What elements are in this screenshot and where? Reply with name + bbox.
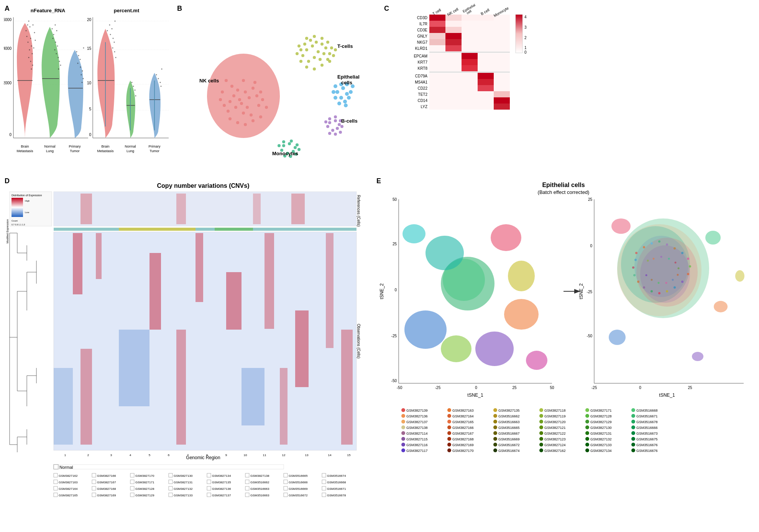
svg-point-143 [299,48,302,51]
svg-point-345 [441,335,472,362]
svg-point-130 [265,106,268,109]
svg-point-120 [253,81,256,84]
heatmap-cell [478,65,494,71]
svg-rect-242 [176,330,186,445]
svg-point-189 [328,132,331,135]
heatmap-cell [445,103,462,110]
svg-point-473 [493,443,497,447]
svg-point-361 [651,242,653,245]
svg-point-28 [52,28,53,30]
heatmap-legend-bar [516,15,522,53]
svg-text:GSM3827170: GSM3827170 [452,449,474,453]
svg-text:Normal: Normal [125,144,136,148]
svg-text:GSM3516672: GSM3516672 [498,443,520,447]
svg-point-459 [447,437,451,441]
svg-point-91 [161,69,163,70]
svg-rect-231 [96,233,102,279]
svg-point-131 [305,48,308,51]
svg-point-74 [113,38,114,39]
svg-text:GSM3827137: GSM3827137 [212,494,231,497]
svg-rect-293 [54,486,58,490]
svg-text:Brain: Brain [21,144,29,148]
svg-text:GSM3516676: GSM3516676 [636,443,658,447]
svg-point-419 [631,414,635,418]
svg-text:Normal: Normal [44,144,55,148]
svg-rect-275 [322,473,326,477]
heatmap-cell [445,27,462,33]
svg-point-449 [493,431,497,435]
svg-point-479 [631,443,635,447]
svg-point-383 [675,262,677,264]
left-cluster-3 [491,224,521,251]
left-cluster-7 [508,261,535,291]
svg-text:GSM3827164: GSM3827164 [59,487,78,491]
genomic-region-label: Genomic Region [186,455,220,460]
svg-text:GSM3827138: GSM3827138 [406,426,428,430]
svg-text:GSM3827134: GSM3827134 [212,474,231,478]
legend: GSM3827139 GSM3827163 GSM3827135 GSM3827… [401,408,658,453]
svg-text:GSM3827168: GSM3827168 [452,437,474,441]
svg-text:GSM3827163: GSM3827163 [59,481,78,484]
svg-point-142 [303,43,306,46]
svg-point-164 [339,96,343,100]
svg-point-108 [248,96,251,99]
svg-point-415 [539,414,543,418]
svg-rect-321 [284,493,288,497]
svg-text:GSM3516662: GSM3516662 [498,414,520,418]
heatmap-cell [429,59,445,65]
svg-rect-261 [54,473,58,477]
svg-point-25 [35,40,36,41]
dendrogram [10,233,36,452]
svg-text:10: 10 [87,81,92,85]
svg-text:GSM3827129: GSM3827129 [590,420,612,424]
svg-text:GSM3827167: GSM3827167 [452,432,474,435]
svg-text:10: 10 [244,453,247,457]
svg-text:6000: 6000 [4,18,12,22]
svg-text:GSM3827136: GSM3827136 [406,414,428,418]
heatmap-cell [429,53,445,59]
svg-point-138 [324,46,327,49]
panel-c: CD3D IL7R CD3E GNLY NKG7 [383,4,556,172]
svg-point-92 [161,86,162,87]
svg-text:4000: 4000 [4,46,12,51]
gene-label: NKG7 [417,40,428,44]
x-val-07: 0.7 0.9 1.1 1.3 [12,223,25,226]
heatmap-cell [494,45,510,51]
heatmap-cell [462,53,478,59]
svg-point-135 [307,60,310,63]
svg-rect-207 [80,194,92,224]
svg-point-124 [223,104,226,107]
svg-text:0: 0 [475,386,477,390]
svg-rect-297 [130,486,134,490]
svg-point-467 [631,437,635,441]
svg-point-129 [259,115,262,118]
svg-rect-236 [295,310,309,387]
svg-point-403 [539,408,543,412]
heatmap-cell [429,45,445,51]
normal-legend-label: Normal [59,465,73,470]
svg-point-33 [55,42,56,43]
epithelial-dots [332,82,355,107]
svg-point-469 [401,443,405,447]
svg-text:2000: 2000 [4,81,12,85]
cnv-heatmap-svg: Copy number variations (CNVs) Distributi… [4,176,372,506]
svg-text:GSM3516662: GSM3516662 [250,481,269,484]
svg-rect-289 [284,480,288,484]
heatmap-cell [429,79,445,85]
svg-point-30 [55,25,56,26]
svg-point-178 [338,123,341,126]
svg-point-358 [617,224,702,316]
heatmap-cell [445,45,462,51]
svg-point-173 [334,96,337,100]
svg-point-171 [334,84,337,88]
svg-rect-240 [54,368,73,445]
svg-text:GSM3827164: GSM3827164 [452,414,474,418]
svg-point-149 [320,37,324,40]
svg-point-461 [493,437,497,441]
heatmap-cell [494,73,510,79]
svg-point-42 [76,51,77,53]
svg-text:GSM3827171: GSM3827171 [590,409,612,412]
svg-point-343 [402,224,426,243]
legend-val-1: 1 [524,46,527,50]
svg-point-139 [320,43,324,46]
